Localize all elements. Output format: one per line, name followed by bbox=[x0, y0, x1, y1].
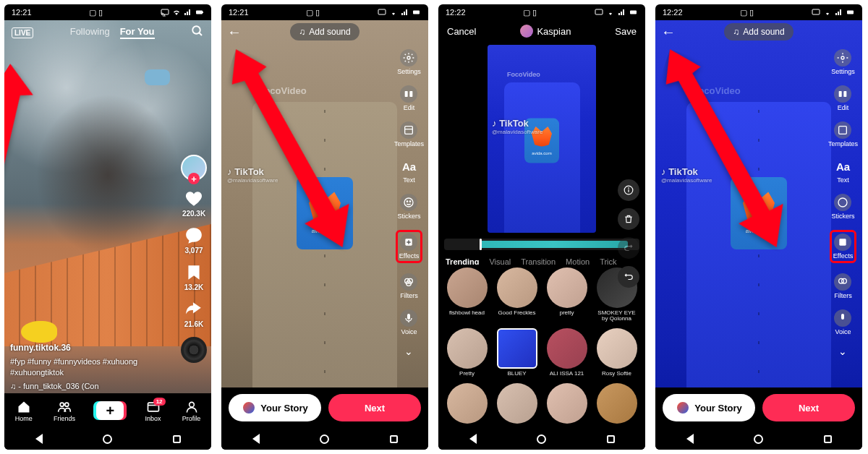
follow-plus-icon[interactable]: + bbox=[188, 173, 200, 184]
tool-more[interactable]: ⌄ bbox=[838, 346, 847, 357]
effect-author-avatar bbox=[520, 25, 533, 38]
live-icon[interactable]: LIVE bbox=[12, 27, 33, 38]
tool-effects[interactable]: Effects bbox=[396, 230, 422, 263]
cancel-button[interactable]: Cancel bbox=[447, 26, 476, 37]
tool-filters[interactable]: Filters bbox=[400, 273, 418, 299]
effect-ali[interactable]: ALI ISSA 121 bbox=[544, 328, 590, 377]
effect-more3[interactable] bbox=[544, 383, 590, 424]
stickers-icon bbox=[400, 194, 417, 211]
share-icon bbox=[184, 300, 203, 319]
tool-voice[interactable]: Voice bbox=[834, 309, 851, 335]
next-button[interactable]: Next bbox=[328, 394, 421, 421]
tab-following[interactable]: Following bbox=[70, 26, 110, 39]
tab-transition[interactable]: Transition bbox=[521, 257, 556, 261]
redo-button[interactable] bbox=[618, 237, 639, 259]
templates-icon bbox=[400, 121, 417, 139]
music-note-icon: ♫ bbox=[299, 27, 305, 37]
sound-disc-icon[interactable] bbox=[181, 337, 207, 363]
effect-more4[interactable] bbox=[594, 383, 639, 424]
back-arrow-icon[interactable]: ← bbox=[227, 24, 242, 40]
tab-foryou[interactable]: For You bbox=[120, 26, 155, 39]
nav-create[interactable]: + bbox=[96, 401, 124, 420]
nav-home[interactable]: Home bbox=[15, 400, 33, 422]
author-avatar[interactable]: + bbox=[181, 155, 207, 181]
nav-inbox[interactable]: 12 Inbox bbox=[145, 400, 161, 422]
picker-header: Cancel Kaspian Save bbox=[438, 20, 645, 42]
your-story-button[interactable]: Your Story bbox=[663, 394, 755, 421]
add-sound-button[interactable]: ♫Add sound bbox=[724, 23, 793, 40]
chevron-down-icon: ⌄ bbox=[838, 346, 847, 357]
tool-templates[interactable]: Templates bbox=[828, 121, 858, 147]
back-arrow-icon[interactable]: ← bbox=[661, 24, 676, 40]
tool-filters[interactable]: Filters bbox=[834, 273, 852, 299]
android-home[interactable] bbox=[101, 432, 115, 446]
effect-fishbowl[interactable]: fishbowl head bbox=[444, 267, 490, 323]
tab-trick[interactable]: Trick bbox=[600, 257, 616, 261]
svg-point-37 bbox=[838, 198, 847, 207]
effect-pretty[interactable]: pretty bbox=[544, 267, 590, 323]
timeline[interactable] bbox=[444, 239, 639, 250]
android-home[interactable] bbox=[535, 432, 549, 446]
music-note-icon: ♫ - funn_tiktok_036 (Con bbox=[10, 381, 99, 392]
android-home[interactable] bbox=[752, 432, 766, 446]
tab-trending[interactable]: Trending bbox=[446, 257, 479, 261]
tab-motion[interactable]: Motion bbox=[566, 257, 590, 261]
timeline-playhead[interactable] bbox=[480, 239, 482, 250]
search-icon[interactable] bbox=[191, 25, 204, 40]
like-button[interactable]: 220.3K bbox=[182, 189, 205, 218]
android-back[interactable] bbox=[683, 432, 697, 446]
tool-edit[interactable]: Edit bbox=[400, 85, 417, 111]
delete-button[interactable] bbox=[618, 208, 639, 230]
tool-edit[interactable]: Edit bbox=[834, 85, 851, 111]
tool-settings[interactable]: Settings bbox=[831, 49, 855, 75]
android-home[interactable] bbox=[318, 432, 332, 446]
tool-stickers[interactable]: Stickers bbox=[397, 194, 420, 220]
android-back[interactable] bbox=[32, 432, 46, 446]
nav-profile[interactable]: Profile bbox=[182, 400, 201, 422]
undo-button[interactable] bbox=[618, 266, 639, 288]
tool-text[interactable]: AaText bbox=[834, 158, 851, 184]
tool-more[interactable]: ⌄ bbox=[404, 346, 413, 357]
effect-pretty2[interactable]: Pretty bbox=[444, 328, 490, 377]
android-recents[interactable] bbox=[820, 432, 835, 446]
your-story-button[interactable]: Your Story bbox=[229, 394, 321, 421]
feed-header: LIVE Following For You bbox=[4, 20, 211, 45]
text-icon: Aa bbox=[400, 158, 417, 175]
svg-rect-15 bbox=[405, 127, 413, 134]
effect-rosy[interactable]: Rosy Softie bbox=[594, 328, 639, 377]
comment-button[interactable]: 3,077 bbox=[184, 226, 203, 254]
author-username[interactable]: funny.tiktok.36 bbox=[10, 342, 161, 354]
filters-icon bbox=[400, 273, 417, 291]
preview-tools bbox=[618, 179, 639, 288]
add-sound-button[interactable]: ♫ Add sound bbox=[290, 23, 359, 40]
share-button[interactable]: 21.6K bbox=[184, 300, 204, 328]
tab-visual[interactable]: Visual bbox=[489, 257, 511, 261]
tool-text[interactable]: AaText bbox=[400, 158, 417, 184]
android-recents[interactable] bbox=[603, 432, 618, 446]
effect-bluey-selected[interactable]: BLUEY bbox=[494, 328, 540, 377]
svg-point-30 bbox=[628, 187, 629, 189]
caption-tags[interactable]: #fyp #funny #funnyvideos #xuhuong #xuhuo… bbox=[10, 356, 161, 379]
android-back[interactable] bbox=[249, 432, 263, 446]
svg-rect-38 bbox=[840, 239, 846, 245]
save-button[interactable]: 13.2K bbox=[184, 263, 204, 291]
tool-stickers[interactable]: Stickers bbox=[831, 194, 854, 220]
info-button[interactable] bbox=[618, 179, 639, 201]
nav-friends[interactable]: Friends bbox=[54, 400, 75, 422]
feed-video[interactable]: LIVE Following For You + 220.3K 3,077 bbox=[4, 20, 211, 428]
effect-freckles[interactable]: Good Freckles bbox=[494, 267, 540, 323]
timeline-clip[interactable] bbox=[480, 241, 628, 248]
android-recents[interactable] bbox=[169, 432, 184, 446]
tool-templates[interactable]: Templates bbox=[394, 121, 424, 147]
next-button[interactable]: Next bbox=[762, 394, 855, 421]
sound-marquee[interactable]: ♫ - funn_tiktok_036 (Con bbox=[10, 381, 161, 392]
android-recents[interactable] bbox=[386, 432, 401, 446]
tool-effects[interactable]: Effects bbox=[830, 230, 856, 263]
cast-icon bbox=[161, 8, 169, 17]
android-back[interactable] bbox=[466, 432, 480, 446]
tool-settings[interactable]: Settings bbox=[397, 49, 421, 75]
save-button[interactable]: Save bbox=[615, 26, 637, 37]
effect-more2[interactable] bbox=[494, 383, 540, 424]
tool-voice[interactable]: Voice bbox=[400, 309, 417, 335]
effect-more1[interactable] bbox=[444, 383, 490, 424]
